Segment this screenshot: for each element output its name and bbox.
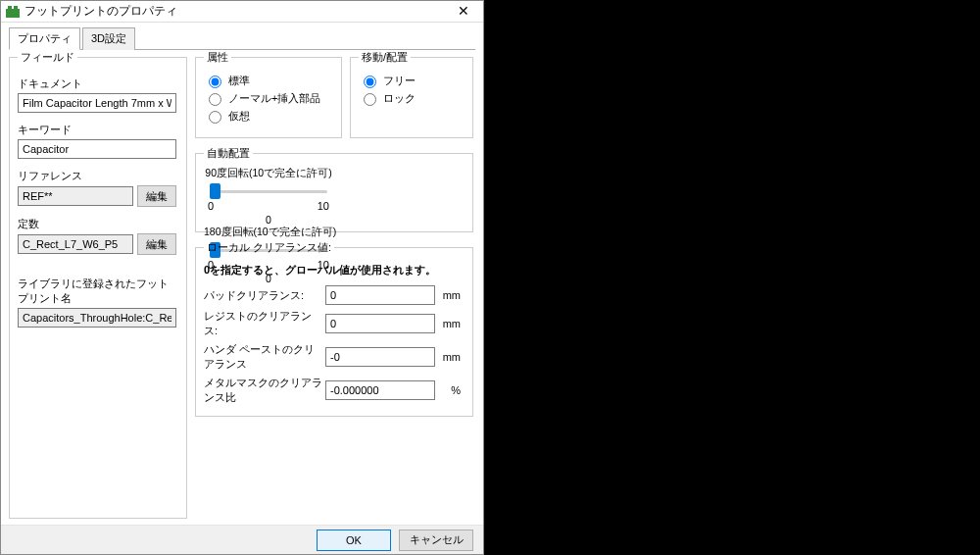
move-lock-radio[interactable] — [364, 93, 376, 106]
pad-clearance-label: パッドクリアランス: — [204, 288, 325, 303]
pad-clearance-unit: mm — [435, 289, 461, 301]
titlebar: フットプリントのプロパティ ✕ — [1, 1, 483, 23]
mask-clearance-input[interactable] — [325, 314, 435, 333]
pad-clearance-input[interactable] — [325, 285, 435, 305]
keyword-input[interactable] — [18, 139, 176, 159]
close-button[interactable]: ✕ — [444, 1, 483, 23]
group-move: 移動/配置 フリー ロック — [350, 50, 473, 138]
mask-clearance-unit: mm — [435, 318, 461, 329]
clearance-note: 0を指定すると、グローバル値が使用されます。 — [204, 263, 465, 278]
value-edit-button[interactable]: 編集 — [137, 233, 176, 255]
app-icon — [5, 4, 21, 20]
mask-clearance-label: レジストのクリアランス: — [204, 309, 325, 338]
attr-normal[interactable]: 標準 — [204, 73, 333, 88]
library-input — [18, 308, 176, 328]
cancel-button[interactable]: キャンセル — [399, 530, 473, 551]
value-label: 定数 — [18, 217, 178, 231]
svg-rect-0 — [6, 9, 20, 18]
fields-legend: フィールド — [18, 50, 77, 65]
move-lock[interactable]: ロック — [359, 90, 465, 106]
reference-label: リファレンス — [18, 169, 178, 183]
rot90-value: 0 — [204, 214, 333, 226]
clearance-legend: ローカル クリアランス値: — [204, 240, 334, 255]
paste-clearance-input[interactable] — [325, 347, 435, 367]
tab-properties[interactable]: プロパティ — [9, 27, 80, 50]
tab-3d-settings[interactable]: 3D設定 — [82, 27, 135, 50]
ratio-clearance-label: メタルマスクのクリアランス比 — [204, 376, 325, 405]
move-free-radio[interactable] — [364, 76, 376, 88]
library-label: ライブラリに登録されたフットプリント名 — [18, 277, 178, 306]
rot90-slider[interactable] — [210, 182, 327, 200]
autoplace-legend: 自動配置 — [204, 146, 253, 161]
paste-clearance-label: ハンダ ペーストのクリアランス — [204, 342, 325, 372]
group-clearance: ローカル クリアランス値: 0を指定すると、グローバル値が使用されます。 パッド… — [195, 240, 473, 417]
attr-virtual[interactable]: 仮想 — [204, 108, 333, 124]
document-input[interactable] — [18, 93, 176, 113]
attr-smd-radio[interactable] — [209, 93, 221, 106]
rot90-label: 90度回転(10で完全に許可) — [204, 167, 333, 180]
group-autoplace: 自動配置 90度回転(10で完全に許可) 010 0 180度回転(10で完全に… — [195, 146, 473, 232]
ratio-clearance-unit: % — [435, 384, 461, 396]
window-title: フットプリントのプロパティ — [24, 3, 444, 20]
reference-edit-button[interactable]: 編集 — [137, 185, 176, 207]
group-attributes: 属性 標準 ノーマル+挿入部品 仮想 — [195, 50, 342, 138]
ratio-clearance-input[interactable] — [325, 380, 435, 400]
move-legend: 移動/配置 — [359, 50, 411, 65]
value-input — [18, 234, 133, 254]
rot90-block: 90度回転(10で完全に許可) 010 0 — [204, 167, 333, 226]
attr-normal-radio[interactable] — [209, 76, 221, 88]
keyword-label: キーワード — [18, 123, 178, 137]
reference-input — [18, 186, 133, 206]
attr-virtual-radio[interactable] — [209, 111, 221, 124]
attributes-legend: 属性 — [204, 50, 231, 65]
dialog-footer: OK キャンセル — [1, 525, 483, 554]
paste-clearance-unit: mm — [435, 351, 461, 363]
attr-smd[interactable]: ノーマル+挿入部品 — [204, 90, 333, 106]
document-label: ドキュメント — [18, 76, 178, 91]
move-free[interactable]: フリー — [359, 73, 465, 88]
svg-rect-1 — [8, 6, 12, 10]
rot180-label: 180度回転(10で完全に許可) — [204, 226, 333, 239]
svg-rect-2 — [14, 6, 18, 10]
dialog-window: フットプリントのプロパティ ✕ プロパティ 3D設定 フィールド ドキュメント … — [0, 0, 484, 555]
ok-button[interactable]: OK — [317, 530, 391, 551]
group-fields: フィールド ドキュメント キーワード リファレンス 編集 定数 編集 ライブラリ… — [9, 50, 187, 519]
tab-strip: プロパティ 3D設定 — [9, 26, 475, 50]
